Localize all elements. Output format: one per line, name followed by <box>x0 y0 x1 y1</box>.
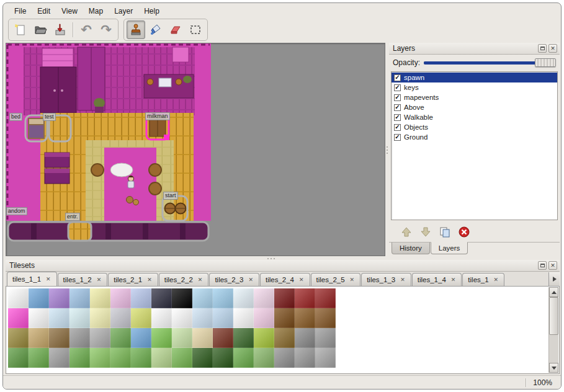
tileset-tile[interactable] <box>29 308 49 328</box>
eraser-tool-button[interactable] <box>166 20 185 39</box>
layer-row[interactable]: ✓ mapevents <box>392 92 557 102</box>
map-canvas[interactable]: bed test milkman start andom entr. <box>6 43 385 256</box>
tileset-tile[interactable] <box>274 328 295 348</box>
duplicate-layer-button[interactable] <box>437 225 452 239</box>
layer-row[interactable]: ✓ Walkable <box>392 112 557 122</box>
tileset-tile[interactable] <box>172 288 192 308</box>
tileset-tab[interactable]: tiles_2_2 ✕ <box>159 273 209 286</box>
close-dock-button[interactable]: ✕ <box>548 261 557 270</box>
tileset-tile[interactable] <box>49 308 69 328</box>
tileset-tile[interactable] <box>315 328 336 348</box>
tileset-tile[interactable] <box>110 288 131 308</box>
bed-object[interactable] <box>25 115 47 141</box>
layer-visibility-checkbox[interactable]: ✓ <box>394 124 401 131</box>
menu-item[interactable]: File <box>9 5 31 17</box>
vertical-splitter[interactable] <box>385 140 389 161</box>
tileset-tab[interactable]: tiles_1_2 ✕ <box>58 273 108 286</box>
scroll-up-button[interactable] <box>549 287 558 297</box>
new-map-button[interactable] <box>11 20 30 39</box>
tileset-tile[interactable] <box>151 308 172 328</box>
tileset-tile[interactable] <box>69 288 90 308</box>
tileset-tile[interactable] <box>49 348 69 368</box>
tab-close-icon[interactable]: ✕ <box>146 277 153 283</box>
tileset-tile[interactable] <box>29 348 49 368</box>
layer-visibility-checkbox[interactable]: ✓ <box>394 94 401 101</box>
tileset-tab[interactable]: tiles_2_5 ✕ <box>311 273 361 286</box>
bucket-fill-tool-button[interactable] <box>146 20 165 39</box>
open-map-button[interactable] <box>31 20 50 39</box>
tileset-tab[interactable]: tiles_2_1 ✕ <box>108 273 158 286</box>
tileset-tile[interactable] <box>295 308 315 328</box>
tileset-tile[interactable] <box>254 288 274 308</box>
tileset-tile[interactable] <box>213 288 233 308</box>
tileset-tile[interactable] <box>131 348 151 368</box>
tileset-tile[interactable] <box>274 308 295 328</box>
tileset-tile[interactable] <box>315 348 336 368</box>
tileset-tile[interactable] <box>254 348 274 368</box>
tileset-tile[interactable] <box>315 308 336 328</box>
tileset-tile[interactable] <box>213 348 233 368</box>
tileset-tile[interactable] <box>192 328 213 348</box>
tileset-tile[interactable] <box>69 328 90 348</box>
tileset-tab[interactable]: tiles_1_4 ✕ <box>412 273 462 286</box>
tileset-tile[interactable] <box>69 348 90 368</box>
layer-visibility-checkbox[interactable]: ✓ <box>394 114 401 121</box>
tileset-tab[interactable]: tiles_2_4 ✕ <box>260 273 310 286</box>
raise-layer-button[interactable] <box>399 225 414 239</box>
tileset-tile[interactable] <box>233 348 254 368</box>
tab-close-icon[interactable]: ✕ <box>450 277 457 283</box>
tileset-tile[interactable] <box>8 288 29 308</box>
tab-close-icon[interactable]: ✕ <box>400 277 406 283</box>
tileset-tile[interactable] <box>131 288 151 308</box>
tab-scroll-right-button[interactable] <box>548 272 560 286</box>
tileset-tile[interactable] <box>8 328 29 348</box>
menu-item[interactable]: Layer <box>109 5 138 17</box>
redo-button[interactable]: ↷ <box>97 20 115 39</box>
tileset-tile[interactable] <box>90 328 110 348</box>
tileset-tab[interactable]: tiles_2_3 ✕ <box>209 273 259 286</box>
tab-close-icon[interactable]: ✕ <box>493 277 499 283</box>
scroll-down-button[interactable] <box>549 363 558 373</box>
layer-visibility-checkbox[interactable]: ✓ <box>394 74 401 81</box>
opacity-slider-handle[interactable] <box>535 58 556 67</box>
menu-item[interactable]: Edit <box>32 5 55 17</box>
tab-close-icon[interactable]: ✕ <box>349 277 356 283</box>
tileset-tile[interactable] <box>233 288 254 308</box>
tilesets-dock-titlebar[interactable]: Tilesets ✕ <box>6 260 560 272</box>
tileset-tab[interactable]: tiles_1 ✕ <box>462 273 504 286</box>
dock-tab[interactable]: History <box>392 243 430 254</box>
tileset-tile[interactable] <box>131 328 151 348</box>
tileset-tile[interactable] <box>213 328 233 348</box>
layers-dock-titlebar[interactable]: Layers ✕ <box>389 43 560 55</box>
tileset-tile[interactable] <box>172 308 192 328</box>
tileset-view[interactable] <box>6 287 560 374</box>
tileset-tile[interactable] <box>110 348 131 368</box>
tab-close-icon[interactable]: ✕ <box>248 277 254 283</box>
tab-close-icon[interactable]: ✕ <box>45 276 51 283</box>
tileset-tile[interactable] <box>8 348 29 368</box>
menu-item[interactable]: Help <box>139 5 164 17</box>
tab-close-icon[interactable]: ✕ <box>197 277 204 283</box>
tileset-tile[interactable] <box>90 348 110 368</box>
layer-visibility-checkbox[interactable]: ✓ <box>394 84 401 91</box>
lower-layer-button[interactable] <box>418 225 433 239</box>
map-render[interactable] <box>6 43 211 243</box>
hallway-object[interactable] <box>8 222 208 241</box>
rect-select-tool-button[interactable] <box>186 20 205 39</box>
tileset-tile[interactable] <box>315 288 336 308</box>
tileset-tile[interactable] <box>233 308 254 328</box>
tileset-tile[interactable] <box>151 348 172 368</box>
close-dock-button[interactable]: ✕ <box>548 44 557 53</box>
tileset-tile[interactable] <box>274 288 295 308</box>
tab-close-icon[interactable]: ✕ <box>298 277 305 283</box>
tileset-tab[interactable]: tiles_1_1 ✕ <box>7 272 57 286</box>
tileset-tile[interactable] <box>29 288 49 308</box>
tileset-tile[interactable] <box>254 308 274 328</box>
layer-visibility-checkbox[interactable]: ✓ <box>394 134 401 141</box>
scrollbar-track[interactable] <box>549 297 558 363</box>
tileset-tile[interactable] <box>49 288 69 308</box>
tileset-scrollbar[interactable] <box>548 287 558 373</box>
tileset-tile[interactable] <box>172 328 192 348</box>
tab-close-icon[interactable]: ✕ <box>96 277 102 283</box>
tileset-tile[interactable] <box>8 308 29 328</box>
